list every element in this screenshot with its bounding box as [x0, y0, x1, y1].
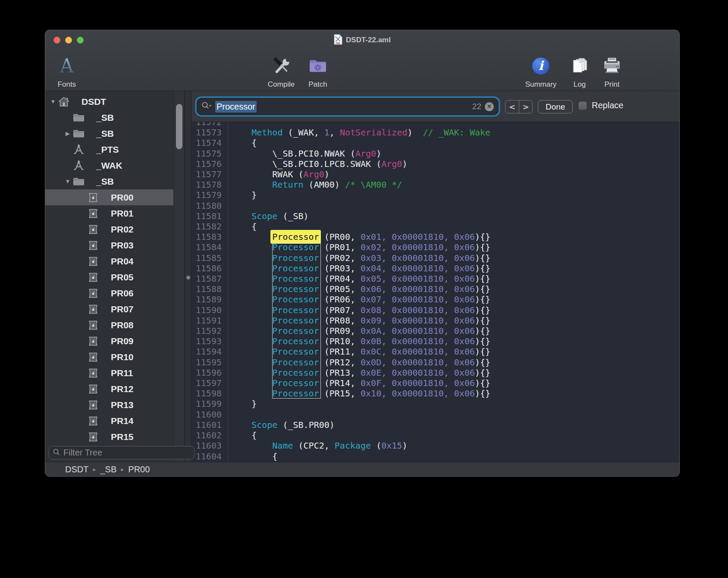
tree-item-dsdt[interactable]: ▼DSDT: [45, 94, 185, 110]
processor-icon: [87, 335, 100, 348]
code-line: 11574 {: [191, 138, 679, 148]
tree-item-label: PR15: [111, 432, 134, 442]
tree-item-pr04[interactable]: PR04: [45, 253, 185, 269]
next-match-button[interactable]: >: [519, 101, 532, 113]
divider-drag-handle[interactable]: [186, 276, 190, 280]
find-input[interactable]: Processor 22 ×: [197, 98, 499, 115]
tree-item-pr15[interactable]: PR15: [45, 429, 185, 445]
code-line: 11584 Processor (PR01, 0x02, 0x00001810,…: [191, 242, 679, 252]
line-content: Scope (_SB.PR00): [228, 420, 335, 430]
tree-item-pr08[interactable]: PR08: [45, 317, 185, 333]
processor-icon: [87, 239, 100, 252]
tree-item-label: PR09: [111, 336, 134, 346]
replace-checkbox[interactable]: [578, 101, 587, 110]
code-line: 11575 \_SB.PCI0.NWAK (Arg0): [191, 148, 679, 159]
code-line: 11601 Scope (_SB.PR00): [191, 420, 679, 430]
title-bar[interactable]: AML DSDT-22.aml: [45, 30, 679, 50]
disclosure-down-icon[interactable]: ▼: [63, 178, 72, 185]
tree-item-_pts[interactable]: _PTS: [45, 141, 185, 157]
code-line: 11589 Processor (PR06, 0x07, 0x00001810,…: [191, 294, 679, 305]
code-line: 11583 Processor (PR00, 0x01, 0x00001810,…: [191, 232, 679, 242]
code-editor[interactable]: 1157211573 Method (_WAK, 1, NotSerialize…: [191, 122, 679, 463]
editor-pane: Processor 22 × < > Done Replace 11572115…: [191, 91, 679, 463]
app-window: AML DSDT-22.aml A Fonts: [45, 30, 680, 477]
find-match: Processor: [272, 315, 319, 326]
tree-item-label: _PTS: [96, 144, 119, 155]
breadcrumb-item-sb[interactable]: _SB: [100, 465, 116, 474]
line-number: 11579: [191, 190, 228, 200]
tree-item-label: _SB: [96, 129, 114, 139]
line-content: [228, 122, 231, 127]
line-number: 11585: [191, 253, 228, 263]
tree-item-pr10[interactable]: PR10: [45, 349, 185, 365]
disclosure-right-icon[interactable]: ▶: [63, 130, 72, 137]
tree-item-_sb[interactable]: ▶_SB: [45, 126, 185, 141]
tree-item-pr11[interactable]: PR11: [45, 365, 185, 381]
processor-icon: [87, 415, 100, 427]
code-line: 11582 {: [191, 221, 679, 232]
processor-icon: [87, 255, 100, 268]
code-lines: 1157211573 Method (_WAK, 1, NotSerialize…: [191, 122, 679, 462]
line-number: 11598: [191, 388, 228, 399]
line-number: 11588: [191, 284, 228, 294]
search-icon[interactable]: [201, 101, 212, 112]
line-number: 11586: [191, 263, 228, 273]
disclosure-down-icon[interactable]: ▼: [49, 98, 57, 105]
line-content: {: [228, 451, 277, 462]
home-icon: [57, 95, 70, 108]
fonts-button[interactable]: A Fonts: [45, 52, 88, 90]
processor-icon: [87, 207, 100, 220]
print-icon: [602, 52, 622, 80]
tree-item-_sb[interactable]: ▼_SB: [45, 173, 185, 189]
tree-item-pr07[interactable]: PR07: [45, 301, 185, 317]
tree-item-pr05[interactable]: PR05: [45, 269, 185, 285]
processor-icon: [87, 367, 100, 380]
tree-item-label: PR05: [111, 272, 134, 283]
tree-item-pr00[interactable]: PR00: [45, 189, 185, 205]
tree-item-pr12[interactable]: PR12: [45, 381, 185, 397]
sidebar-scrollbar-thumb[interactable]: [176, 104, 182, 149]
breadcrumb-item-dsdt[interactable]: DSDT: [65, 465, 88, 474]
tree-item-_wak[interactable]: _WAK: [45, 157, 185, 173]
tree-item-pr13[interactable]: PR13: [45, 397, 185, 413]
previous-match-button[interactable]: <: [505, 101, 519, 113]
line-number: 11597: [191, 378, 228, 388]
tree-item-pr06[interactable]: PR06: [45, 285, 185, 301]
filter-tree-input[interactable]: Filter Tree: [49, 446, 195, 459]
done-button[interactable]: Done: [538, 100, 573, 113]
line-content: RWAK (Arg0): [228, 169, 329, 179]
clear-search-button[interactable]: ×: [485, 102, 494, 111]
tree-item-pr14[interactable]: PR14: [45, 413, 185, 429]
tree-item-label: PR13: [111, 400, 134, 410]
tree-item-pr02[interactable]: PR02: [45, 221, 185, 237]
find-match: Processor: [272, 273, 319, 284]
tree-item-pr03[interactable]: PR03: [45, 237, 185, 253]
compile-icon: [271, 52, 292, 80]
tree-item-label: PR12: [111, 384, 134, 394]
line-content: Method (_WAK, 1, NotSerialized) // _WAK:…: [228, 127, 490, 138]
line-content: {: [228, 221, 257, 232]
find-match: Processor: [272, 263, 319, 273]
line-number: 11593: [191, 336, 228, 346]
print-button[interactable]: Print: [590, 52, 634, 90]
tree-item-_sb[interactable]: _SB: [45, 110, 185, 126]
symbol-tree: ▼DSDT_SB▶_SB_PTS_WAK▼_SBPR00PR01PR02PR03…: [45, 94, 173, 445]
line-content: Processor (PR04, 0x05, 0x00001810, 0x06)…: [228, 273, 490, 284]
tree-item-pr01[interactable]: PR01: [45, 205, 185, 221]
window-title: DSDT-22.aml: [346, 36, 391, 44]
tree-item-pr09[interactable]: PR09: [45, 333, 185, 349]
code-line: 11595 Processor (PR12, 0x0D, 0x00001810,…: [191, 357, 679, 368]
filter-placeholder: Filter Tree: [63, 448, 102, 458]
tree-item-label: PR10: [111, 352, 134, 362]
line-content: Processor (PR15, 0x10, 0x00001810, 0x06)…: [228, 388, 490, 399]
line-content: Processor (PR00, 0x01, 0x00001810, 0x06)…: [228, 232, 490, 242]
line-content: Scope (_SB): [228, 211, 309, 221]
summary-button[interactable]: i Summary: [519, 52, 562, 90]
line-number: 11589: [191, 294, 228, 305]
processor-icon: [87, 271, 100, 284]
patch-button[interactable]: Patch: [296, 52, 339, 90]
processor-icon: [87, 351, 100, 364]
processor-icon: [87, 287, 100, 300]
tree-item-label: _SB: [96, 113, 114, 123]
breadcrumb-item-pr00[interactable]: PR00: [128, 465, 150, 474]
